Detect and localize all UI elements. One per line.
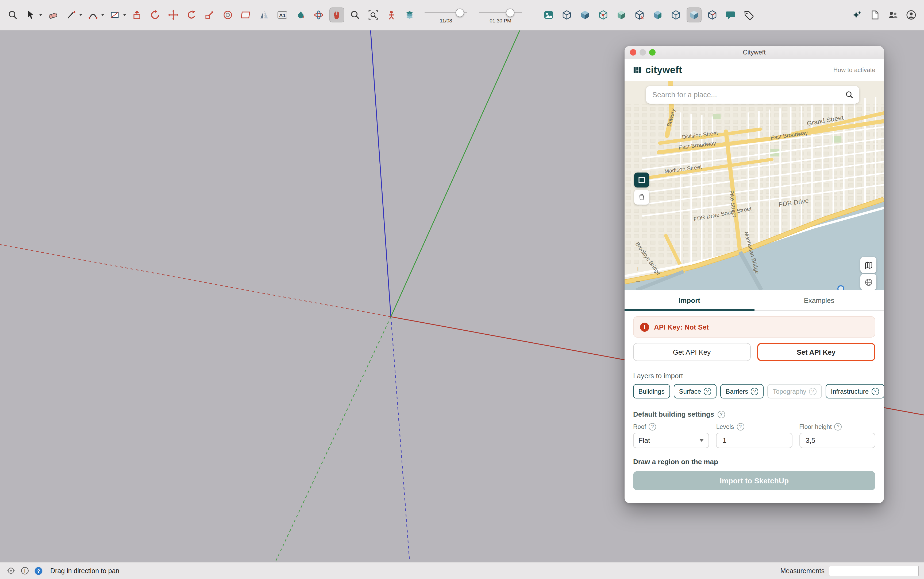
- alert-icon: !: [640, 322, 649, 331]
- arc-dropdown-caret[interactable]: [101, 14, 104, 16]
- scale-tool-icon[interactable]: [202, 8, 217, 23]
- shadow-date-slider[interactable]: 11/08: [422, 6, 469, 24]
- draw-region-button[interactable]: [634, 173, 649, 188]
- map-zoom-in-button[interactable]: +: [633, 263, 643, 274]
- geometry-tool-6-icon[interactable]: [650, 8, 665, 23]
- floor-height-input[interactable]: [804, 436, 870, 445]
- measurements-group: Measurements: [780, 565, 919, 576]
- delete-region-button[interactable]: [634, 190, 649, 204]
- chip-barriers[interactable]: Barriers?: [720, 384, 763, 399]
- new-document-icon[interactable]: [867, 8, 882, 23]
- add-location-tool-icon[interactable]: [541, 8, 556, 23]
- geometry-tool-9-icon[interactable]: [705, 8, 720, 23]
- line-tool-icon[interactable]: [64, 8, 79, 23]
- layers-tool-icon[interactable]: [402, 8, 417, 23]
- help-icon[interactable]: ?: [717, 411, 725, 418]
- zoom-tool-icon[interactable]: [348, 8, 363, 23]
- help-icon[interactable]: ?: [871, 388, 879, 395]
- floor-height-field[interactable]: [799, 433, 875, 448]
- help-icon[interactable]: ?: [751, 388, 758, 395]
- panel-titlebar[interactable]: Cityweft: [625, 46, 884, 59]
- geometry-tool-7-icon[interactable]: [668, 8, 683, 23]
- geometry-tool-8-icon[interactable]: [687, 8, 702, 23]
- eraser-tool-icon[interactable]: [46, 8, 61, 23]
- push-pull-tool-icon[interactable]: [130, 8, 144, 23]
- zoom-extents-tool-icon[interactable]: [366, 8, 381, 23]
- api-key-alert: ! API Key: Not Set: [633, 316, 875, 338]
- how-to-activate-link[interactable]: How to activate: [834, 67, 875, 73]
- tab-import[interactable]: Import: [625, 290, 754, 310]
- help-icon[interactable]: ?: [649, 423, 656, 430]
- search-icon[interactable]: [845, 90, 854, 99]
- account-icon[interactable]: [904, 8, 919, 23]
- draw-region-hint: Draw a region on the map: [633, 458, 875, 466]
- ai-sparkle-icon[interactable]: [849, 8, 864, 23]
- share-people-icon[interactable]: [886, 8, 901, 23]
- rotate-tool-icon[interactable]: [184, 8, 199, 23]
- close-window-button[interactable]: [630, 49, 636, 56]
- roof-select[interactable]: Flat: [633, 433, 709, 448]
- help-icon[interactable]: ?: [834, 423, 842, 430]
- mirror-tool-icon[interactable]: [257, 8, 272, 23]
- chip-topography[interactable]: Topography?: [767, 384, 822, 399]
- levels-label: Levels?: [716, 423, 793, 430]
- minimize-window-button[interactable]: [640, 49, 646, 56]
- help-icon[interactable]: ?: [737, 423, 744, 430]
- zoom-window-tool-icon[interactable]: [5, 8, 20, 23]
- move-tool-icon[interactable]: [166, 8, 181, 23]
- info-icon[interactable]: i: [19, 565, 30, 576]
- arc-tool-icon[interactable]: [85, 8, 100, 23]
- position-camera-tool-icon[interactable]: [384, 8, 399, 23]
- application-window: A1 11/08 01:30 PM: [0, 0, 924, 579]
- geometry-tool-1-icon[interactable]: [559, 8, 574, 23]
- set-api-key-button[interactable]: Set API Key: [757, 343, 875, 361]
- globe-button[interactable]: [860, 274, 876, 290]
- follow-me-tool-icon[interactable]: [148, 8, 162, 23]
- select-tool-icon[interactable]: [23, 8, 38, 23]
- cityweft-panel: Cityweft cityweft How to activate: [625, 46, 884, 503]
- api-key-buttons: Get API Key Set API Key: [633, 343, 875, 361]
- layer-chips: Buildings Surface? Barriers? Topography?…: [633, 384, 875, 399]
- map-zoom-out-button[interactable]: −: [633, 277, 643, 287]
- paint-bucket-tool-icon[interactable]: [293, 8, 308, 23]
- search-input[interactable]: [651, 90, 845, 99]
- shape-dropdown-caret[interactable]: [123, 14, 126, 16]
- import-to-sketchup-button[interactable]: Import to SketchUp: [633, 471, 875, 490]
- map-search-bar[interactable]: [646, 86, 859, 104]
- help-icon[interactable]: ?: [809, 388, 817, 395]
- get-api-key-button[interactable]: Get API Key: [633, 343, 750, 361]
- pan-tool-icon[interactable]: [329, 8, 345, 23]
- shape-tool-icon[interactable]: [107, 8, 123, 23]
- help-icon[interactable]: ?: [33, 565, 44, 576]
- zoom-window-button[interactable]: [649, 49, 656, 56]
- shadow-time-label: 01:30 PM: [477, 18, 524, 23]
- orbit-tool-icon[interactable]: [311, 8, 326, 23]
- measurements-label: Measurements: [780, 567, 824, 574]
- map-style-button[interactable]: [860, 257, 876, 273]
- shadow-time-slider-knob[interactable]: [506, 8, 514, 17]
- chip-infrastructure[interactable]: Infrastructure?: [826, 384, 884, 399]
- shadow-time-slider-track[interactable]: [479, 12, 522, 13]
- tab-examples[interactable]: Examples: [754, 290, 884, 310]
- geometry-tool-3-icon[interactable]: [596, 8, 611, 23]
- text-tool-icon[interactable]: A1: [275, 8, 290, 23]
- measurements-input[interactable]: [829, 565, 919, 576]
- section-plane-tool-icon[interactable]: [238, 8, 253, 23]
- shadow-time-slider[interactable]: 01:30 PM: [477, 6, 524, 24]
- geometry-tool-4-icon[interactable]: [614, 8, 629, 23]
- offset-tool-icon[interactable]: [220, 8, 235, 23]
- select-dropdown-caret[interactable]: [39, 14, 42, 16]
- geometry-tool-5-icon[interactable]: [632, 8, 647, 23]
- levels-field[interactable]: [716, 433, 793, 448]
- levels-input[interactable]: [722, 436, 787, 445]
- chat-tool-icon[interactable]: [723, 8, 738, 23]
- shadow-date-slider-knob[interactable]: [456, 8, 464, 17]
- geometry-tool-2-icon[interactable]: [578, 8, 592, 23]
- line-dropdown-caret[interactable]: [79, 14, 82, 16]
- tag-tool-icon[interactable]: [741, 8, 756, 23]
- map-view[interactable]: Bowery Division Street East Broadway Gra…: [625, 81, 884, 290]
- chip-surface[interactable]: Surface?: [673, 384, 717, 399]
- shadow-date-label: 11/08: [422, 18, 469, 23]
- chip-buildings[interactable]: Buildings: [633, 384, 670, 399]
- help-icon[interactable]: ?: [704, 388, 711, 395]
